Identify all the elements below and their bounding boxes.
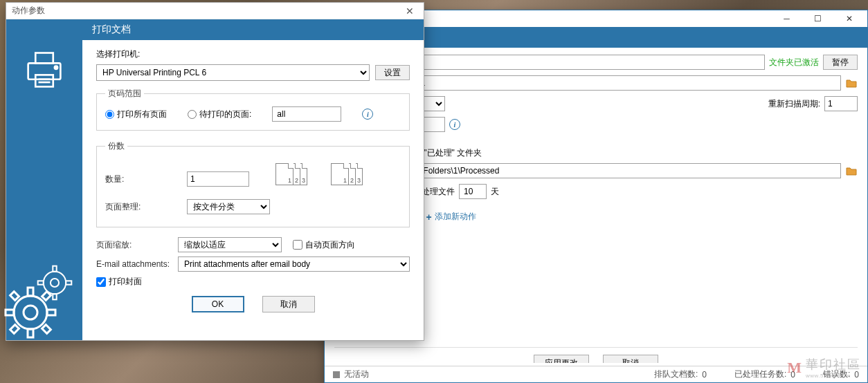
printer-icon — [21, 47, 68, 96]
email-attach-label: E-mail attachments: — [96, 259, 172, 269]
svg-rect-20 — [38, 281, 44, 284]
dialog-titlebar: 动作参数 ✕ — [6, 3, 424, 19]
watermark: M 華印社區 www.52cnp.com — [787, 356, 861, 379]
svg-point-3 — [55, 66, 57, 69]
quantity-stepper[interactable] — [187, 171, 249, 187]
print-all-label: 打印所有页面 — [117, 109, 167, 120]
page-range-legend: 页码范围 — [105, 88, 144, 100]
info-icon[interactable]: i — [449, 119, 460, 130]
svg-rect-10 — [6, 310, 14, 315]
print-cover-label: 打印封面 — [109, 276, 142, 288]
svg-point-17 — [51, 279, 59, 287]
svg-rect-2 — [35, 75, 53, 86]
minimize-icon[interactable]: ─ — [771, 11, 802, 26]
svg-point-16 — [44, 272, 66, 294]
auto-orient-label: 自动页面方向 — [305, 239, 355, 251]
svg-rect-8 — [28, 288, 33, 296]
copies-legend: 份数 — [105, 140, 127, 152]
folder-icon[interactable] — [845, 77, 858, 89]
svg-rect-18 — [53, 266, 56, 272]
copies-fieldset: 份数 数量: 3 2 1 3 2 — [96, 140, 410, 227]
collation-label: 页面整理: — [105, 201, 181, 213]
svg-rect-14 — [10, 325, 19, 334]
print-pending-radio[interactable]: 待打印的页面: — [188, 109, 251, 120]
status-dot — [333, 371, 340, 378]
svg-rect-11 — [47, 310, 55, 315]
processed-label: 已处理任务数: — [734, 368, 786, 380]
svg-rect-21 — [66, 281, 71, 284]
folder-icon[interactable] — [845, 165, 858, 177]
close-icon[interactable]: ✕ — [833, 11, 865, 26]
svg-point-7 — [24, 306, 37, 319]
gear-icon — [3, 264, 72, 347]
print-cover-checkbox[interactable] — [96, 277, 106, 287]
scale-label: 页面缩放: — [96, 239, 172, 251]
watermark-url: www.52cnp.com — [806, 373, 861, 379]
print-all-radio[interactable]: 打印所有页面 — [105, 109, 167, 120]
print-pending-label: 待打印的页面: — [199, 109, 251, 120]
status-bar: 无活动 排队文档数:0 已处理任务数:0 错误数:0 — [325, 366, 867, 382]
days-unit: 天 — [491, 186, 499, 198]
dialog-title: 动作参数 — [12, 5, 45, 17]
watermark-brand: 華印社區 — [806, 356, 861, 373]
print-cover-checkbox-row[interactable]: 打印封面 — [96, 276, 410, 288]
auto-orient-checkbox[interactable] — [293, 240, 302, 250]
svg-rect-9 — [28, 329, 33, 337]
close-icon[interactable]: ✕ — [401, 6, 418, 17]
page-range-fieldset: 页码范围 打印所有页面 待打印的页面: i — [96, 88, 410, 131]
watermark-logo: M — [787, 359, 802, 377]
apply-button[interactable]: 应用更改 — [534, 355, 589, 363]
rescan-label: 重新扫描周期: — [768, 98, 820, 110]
select-printer-label: 选择打印机: — [96, 48, 410, 60]
cancel-button[interactable]: 取消 — [262, 296, 315, 312]
quantity-label: 数量: — [105, 174, 181, 185]
collate-illustration: 3 2 1 3 2 1 — [275, 163, 365, 195]
pause-button[interactable]: 暂停 — [823, 55, 858, 70]
collation-select[interactable]: 按文件分类 — [187, 199, 270, 214]
email-attach-select[interactable]: Print attachments after email body — [178, 256, 410, 272]
scale-select[interactable]: 缩放以适应 — [178, 237, 282, 252]
printer-settings-button[interactable]: 设置 — [375, 65, 410, 80]
rescan-period-input[interactable] — [824, 96, 858, 111]
dialog-header: 打印文档 — [82, 19, 424, 40]
ok-button[interactable]: OK — [192, 296, 244, 312]
svg-rect-12 — [10, 292, 19, 301]
svg-rect-15 — [42, 325, 51, 334]
add-action-button[interactable]: + 添加新动作 — [426, 211, 476, 223]
printer-select[interactable]: HP Universal Printing PCL 6 — [96, 64, 370, 81]
queue-label: 排队文档数: — [654, 368, 698, 380]
queue-value: 0 — [702, 370, 707, 380]
info-icon[interactable]: i — [362, 109, 373, 120]
plus-icon: + — [426, 212, 432, 223]
auto-orient-checkbox-row[interactable]: 自动页面方向 — [293, 239, 355, 251]
maximize-icon[interactable]: ☐ — [802, 11, 833, 26]
delete-days-input[interactable] — [459, 184, 487, 199]
cancel-button[interactable]: 取消 — [603, 355, 658, 363]
svg-rect-19 — [53, 294, 56, 299]
action-params-dialog: 动作参数 ✕ — [6, 2, 424, 341]
add-action-label: 添加新动作 — [435, 211, 476, 223]
pages-input[interactable] — [272, 106, 341, 122]
dialog-sidebar — [6, 19, 82, 340]
svg-rect-0 — [35, 53, 53, 64]
status-activity: 无活动 — [344, 368, 369, 380]
activated-label: 文件夹已激活 — [769, 57, 819, 68]
